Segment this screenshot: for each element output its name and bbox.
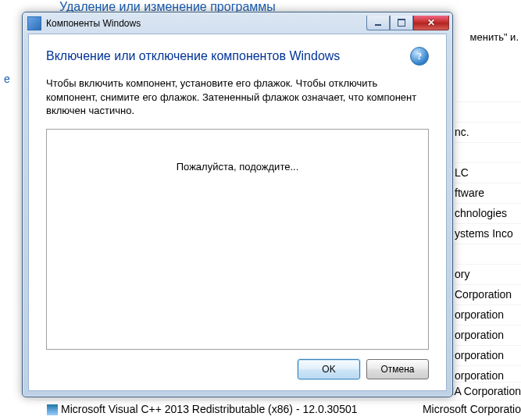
publisher-fragment: LC: [455, 162, 521, 183]
titlebar[interactable]: Компоненты Windows ✕: [23, 12, 452, 34]
program-row[interactable]: Microsoft Visual C++ 2013 Redistributabl…: [35, 400, 521, 418]
window-title: Компоненты Windows: [46, 18, 366, 29]
publisher-fragment: ory: [455, 264, 521, 284]
minimize-button[interactable]: [366, 16, 390, 30]
maximize-icon: [398, 19, 405, 27]
publisher-fragment: Corporation: [455, 284, 521, 304]
publisher-fragment: orporation: [455, 345, 521, 365]
close-button[interactable]: ✕: [413, 16, 449, 30]
close-icon: ✕: [427, 17, 435, 28]
dialog-description: Чтобы включить компонент, установите его…: [46, 77, 429, 118]
publisher-fragment: nc.: [455, 122, 521, 142]
program-publisher: Microsoft Corporatio: [423, 400, 521, 418]
publisher-fragment: ystems Inco: [455, 223, 521, 244]
publisher-fragment: orporation: [455, 325, 521, 345]
loading-text: Пожалуйста, подождите...: [177, 161, 299, 173]
publisher-fragment: orporation: [455, 304, 521, 325]
toolbar-fragment: менить" и.: [470, 31, 519, 43]
cancel-button[interactable]: Отмена: [366, 359, 429, 379]
publisher-fragment: [455, 142, 521, 162]
publisher-fragment: [455, 101, 521, 122]
dialog-heading: Включение или отключение компонентов Win…: [46, 49, 340, 63]
ok-button[interactable]: OK: [298, 359, 360, 379]
publisher-fragment: [455, 244, 521, 264]
windows-features-dialog: Компоненты Windows ✕ Включение или отклю…: [22, 12, 453, 397]
publisher-fragment: ftware: [455, 183, 521, 203]
minimize-icon: [375, 24, 381, 26]
publisher-column-fragment: nc.LCftwarechnologiesystems IncooryCorpo…: [455, 101, 521, 386]
help-button[interactable]: ?: [410, 47, 429, 66]
program-name: Microsoft Visual C++ 2013 Redistributabl…: [61, 403, 358, 415]
maximize-button[interactable]: [390, 16, 413, 30]
app-icon: [27, 16, 41, 30]
features-tree-loading: Пожалуйста, подождите...: [46, 129, 429, 350]
program-icon: [47, 404, 58, 415]
publisher-fragment: chnologies: [455, 203, 521, 223]
sidebar-fragment: е: [4, 73, 10, 85]
